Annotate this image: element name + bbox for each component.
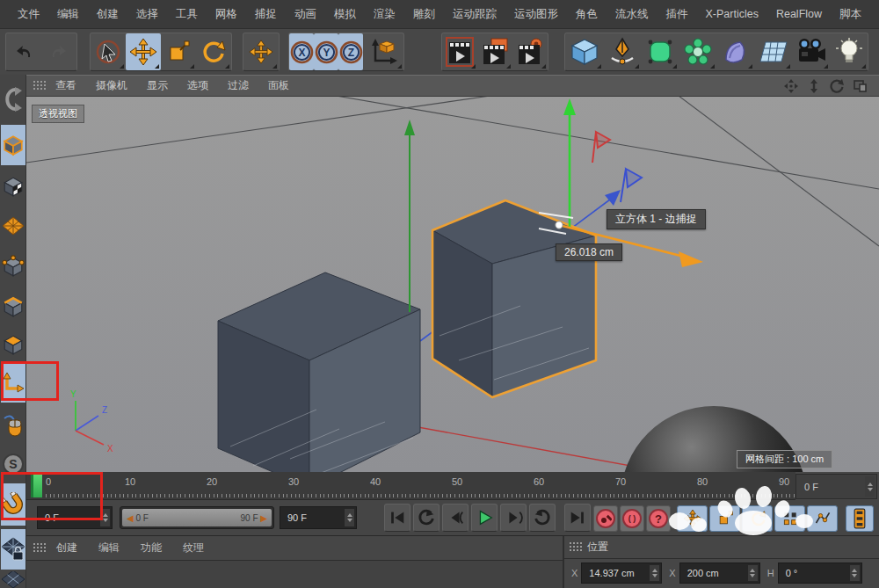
viewport-canvas[interactable]: Y Z X: [26, 97, 879, 472]
menu-item-x-particles[interactable]: X-Particles: [697, 8, 767, 20]
menu-item-animate[interactable]: 动画: [286, 7, 325, 22]
plane-handle-blue[interactable]: [621, 169, 642, 202]
goto-end-button[interactable]: [564, 504, 591, 532]
material-menu-edit[interactable]: 编辑: [88, 541, 130, 555]
play-reverse-button[interactable]: [413, 504, 440, 532]
menu-item-plugins[interactable]: 插件: [657, 7, 697, 22]
cube-left[interactable]: [218, 272, 420, 472]
size-x-field[interactable]: 200 cm: [679, 563, 760, 584]
play-button[interactable]: [471, 504, 498, 532]
lock-z-button[interactable]: Z: [338, 33, 363, 70]
menu-item-select[interactable]: 选择: [127, 7, 167, 22]
menu-item-script[interactable]: 脚本: [831, 7, 870, 22]
material-menu-function[interactable]: 功能: [130, 541, 172, 555]
model-mode-button[interactable]: [1, 125, 25, 165]
playback-range-slider[interactable]: ◀ 0 F 90 F ▶: [120, 506, 274, 529]
key-scale-button[interactable]: [709, 505, 740, 532]
menu-item-motion-tracker[interactable]: 运动跟踪: [444, 7, 505, 22]
key-position-button[interactable]: [677, 505, 708, 532]
menu-item-edit[interactable]: 编辑: [48, 7, 88, 22]
menu-item-window[interactable]: 窗口: [870, 7, 879, 22]
current-frame-field[interactable]: 0 F: [795, 474, 877, 499]
plane-handle-red[interactable]: [592, 132, 610, 163]
lock-y-button[interactable]: Y: [314, 33, 338, 70]
menu-item-render[interactable]: 渲染: [365, 7, 404, 22]
edges-mode-button[interactable]: [1, 288, 25, 325]
viewport-menu-filter[interactable]: 过滤: [218, 78, 258, 93]
points-mode-button[interactable]: [1, 246, 25, 287]
key-pla-button[interactable]: [807, 505, 838, 532]
uv-mode-button[interactable]: [1, 207, 25, 244]
end-frame-input[interactable]: 90 F: [280, 506, 357, 529]
add-mograph-button[interactable]: [679, 33, 716, 70]
menu-item-realflow[interactable]: RealFlow: [767, 8, 831, 20]
record-keyframe-button[interactable]: [593, 505, 618, 532]
next-frame-button[interactable]: [500, 504, 527, 532]
menu-item-simulate[interactable]: 模拟: [325, 7, 365, 22]
viewport-maximize-button[interactable]: [851, 78, 868, 94]
make-editable-button[interactable]: [1, 77, 25, 121]
key-parameter-button[interactable]: [774, 505, 805, 532]
viewport-rotate-button[interactable]: [828, 78, 846, 94]
lock-workplane-button[interactable]: [1, 529, 25, 570]
spinner-icon[interactable]: [850, 565, 860, 581]
add-cube-button[interactable]: [565, 33, 603, 70]
key-rotation-button[interactable]: [742, 505, 773, 532]
live-selection-button[interactable]: [91, 33, 126, 70]
menu-item-snap[interactable]: 捕捉: [246, 7, 286, 22]
menu-item-sculpt[interactable]: 雕刻: [404, 7, 444, 22]
menu-item-file[interactable]: 文件: [9, 7, 48, 22]
viewport-menu-panel[interactable]: 面板: [258, 78, 299, 93]
viewport-menu-cameras[interactable]: 摄像机: [86, 78, 137, 93]
motion-clip-button[interactable]: [846, 505, 874, 532]
position-x-field[interactable]: 14.937 cm: [581, 563, 662, 584]
autokey-button[interactable]: ( ): [620, 505, 644, 532]
add-light-button[interactable]: [830, 33, 868, 70]
tweak-mode-button[interactable]: [1, 404, 25, 445]
texture-mode-button[interactable]: [1, 167, 25, 206]
menu-item-mograph[interactable]: 运动图形: [505, 7, 567, 22]
y-axis-handle[interactable]: [563, 98, 576, 227]
menu-item-pipeline[interactable]: 流水线: [607, 7, 657, 22]
menu-item-create[interactable]: 创建: [88, 7, 127, 22]
add-floor-button[interactable]: [754, 33, 792, 70]
render-picture-viewer-button[interactable]: [477, 33, 512, 70]
viewport-menu-view[interactable]: 查看: [46, 78, 86, 93]
rotation-h-field[interactable]: 0 °: [778, 563, 862, 584]
add-deformer-button[interactable]: [716, 33, 754, 70]
spinner-icon[interactable]: [650, 565, 659, 581]
viewport-pan-button[interactable]: [782, 78, 800, 94]
viewport-menu-options[interactable]: 选项: [178, 78, 218, 93]
spinner-icon[interactable]: [345, 509, 354, 526]
lock-x-button[interactable]: X: [289, 33, 314, 70]
prev-frame-button[interactable]: [442, 504, 469, 532]
material-menu-texture[interactable]: 纹理: [172, 541, 214, 555]
cube-selected[interactable]: [432, 200, 596, 397]
render-view-button[interactable]: [442, 33, 477, 70]
viewport-menu-display[interactable]: 显示: [137, 78, 178, 93]
rotate-tool-button[interactable]: [196, 33, 231, 70]
timeline-ruler[interactable]: 0 10 20 30 40 50 60 70 80 90: [26, 472, 795, 500]
add-spline-button[interactable]: [603, 33, 641, 70]
add-camera-button[interactable]: [792, 33, 830, 70]
render-settings-button[interactable]: [512, 33, 548, 70]
menu-item-tools[interactable]: 工具: [167, 7, 207, 22]
polygons-mode-button[interactable]: [1, 327, 25, 362]
redo-button[interactable]: [41, 33, 76, 70]
material-menu-create[interactable]: 创建: [46, 541, 88, 555]
move-tool-button[interactable]: [126, 33, 161, 70]
add-subdivision-button[interactable]: [641, 33, 679, 70]
loop-button[interactable]: [529, 504, 556, 532]
coordinate-system-button[interactable]: [363, 33, 403, 70]
spinner-icon[interactable]: [748, 565, 758, 581]
menu-item-mesh[interactable]: 网格: [207, 7, 246, 22]
viewport-zoom-button[interactable]: [805, 78, 823, 94]
last-tool-button[interactable]: [243, 33, 279, 70]
workplane-partial-button[interactable]: [1, 571, 25, 588]
keyframe-selection-button[interactable]: ?: [646, 505, 671, 532]
menu-item-character[interactable]: 角色: [567, 7, 607, 22]
spinner-icon[interactable]: [865, 476, 875, 497]
goto-start-button[interactable]: [384, 504, 410, 532]
scale-tool-button[interactable]: [161, 33, 196, 70]
undo-button[interactable]: [6, 33, 41, 70]
